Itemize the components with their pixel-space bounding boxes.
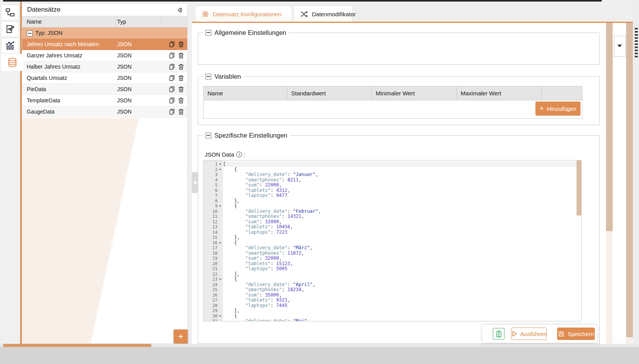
content-vertical-scrollbar <box>606 23 613 344</box>
add-dataset-button[interactable]: + <box>174 329 188 343</box>
copy-icon[interactable] <box>168 86 175 93</box>
section-title: Allgemeine Einstellungen <box>214 29 286 36</box>
shuffle-icon <box>300 10 308 18</box>
dataset-row[interactable]: GaugeData JSON <box>22 106 187 117</box>
scrollbar-thumb[interactable] <box>626 23 633 337</box>
dataset-type: JSON <box>117 106 131 117</box>
line-number: 25 <box>204 287 218 293</box>
dataset-row[interactable]: Halber Jahres Umsatz JSON <box>22 61 187 72</box>
copy-icon[interactable] <box>168 41 175 48</box>
delete-icon[interactable] <box>178 52 185 59</box>
editor-lines: 1▾[2▾ {3 "delivery_date": "Januar",4 "sm… <box>204 162 581 321</box>
clipped-select-fragment[interactable] <box>614 36 626 57</box>
delete-icon[interactable] <box>178 74 185 81</box>
tab-datensatz-konfigurationen[interactable]: Datensatz Konfigurationen <box>195 6 292 22</box>
dataset-name: GaugeData <box>27 106 55 117</box>
column-header-typ[interactable]: Typ <box>117 16 126 27</box>
delete-icon[interactable] <box>178 63 185 70</box>
save-button[interactable]: Speichern <box>557 328 595 340</box>
horizontal-scrollbar-thumb[interactable] <box>3 344 151 347</box>
copy-icon[interactable] <box>168 74 175 81</box>
collapse-group-icon[interactable] <box>27 31 33 36</box>
fold-toggle-icon[interactable]: ▾ <box>218 204 223 209</box>
panel-collapse-handle[interactable] <box>192 172 198 193</box>
code-text: "laptops": 7445 <box>223 303 287 309</box>
line-number: 15 <box>204 235 218 240</box>
rail-item-hierarchy[interactable] <box>1 5 19 20</box>
fold-toggle-icon[interactable]: ▾ <box>218 162 223 167</box>
fold-spacer <box>218 193 223 198</box>
collapse-section-icon[interactable] <box>206 30 211 36</box>
line-number: 18 <box>204 251 218 256</box>
fold-spacer <box>218 319 223 321</box>
collapse-panel-icon[interactable] <box>176 7 183 13</box>
line-number: 5 <box>204 183 218 188</box>
fold-spacer <box>218 287 223 293</box>
group-label: Typ: JSON <box>35 28 62 39</box>
validate-clipboard-button[interactable] <box>493 328 504 340</box>
code-text: "sum": 32000, <box>223 219 282 225</box>
fold-toggle-icon[interactable]: ▾ <box>218 240 223 246</box>
play-icon <box>511 330 517 337</box>
dataset-row[interactable]: Jahres Umsatz nach Monaten JSON <box>22 39 187 50</box>
info-icon[interactable]: i <box>236 152 242 157</box>
scrollbar-thumb[interactable] <box>606 23 613 231</box>
delete-icon[interactable] <box>178 86 185 93</box>
code-text: }, <box>223 198 240 204</box>
delete-icon[interactable] <box>178 97 185 104</box>
delete-icon[interactable] <box>178 108 185 115</box>
dataset-name: Ganzer Jahres Umsatz <box>27 50 82 61</box>
dataset-row[interactable]: TemplateData JSON <box>22 95 187 106</box>
fold-spacer <box>218 308 223 314</box>
run-button[interactable]: Ausführen <box>511 328 547 340</box>
add-variable-button[interactable]: + Hinzufügen <box>535 102 580 116</box>
json-code-editor[interactable]: 1▾[2▾ {3 "delivery_date": "Januar",4 "sm… <box>203 160 582 321</box>
dataset-list: Jahres Umsatz nach Monaten JSON Ganzer J… <box>22 39 187 117</box>
code-text: "tablets": 15123, <box>223 261 293 267</box>
tab-datenmodifikator[interactable]: Datenmodifikator <box>294 6 352 22</box>
chart-icon <box>5 41 15 51</box>
copy-icon[interactable] <box>168 108 175 115</box>
delete-icon[interactable] <box>178 41 185 48</box>
variables-table: Name Standardwert Minimaler Wert Maximal… <box>203 86 582 119</box>
clipboard-icon <box>496 330 502 338</box>
code-text: "delivery_date": "Februar", <box>223 209 321 214</box>
copy-icon[interactable] <box>168 97 175 104</box>
tab-underline <box>192 22 633 23</box>
label-text: JSON Data <box>205 151 234 158</box>
section-allgemeine-einstellungen: Allgemeine Einstellungen <box>198 29 600 65</box>
dataset-row[interactable]: Quartals Umsatz JSON <box>22 72 187 84</box>
collapse-section-icon[interactable] <box>206 133 211 138</box>
dataset-row[interactable]: Ganzer Jahres Umsatz JSON <box>22 50 187 61</box>
column-divider <box>116 17 116 26</box>
dataset-row[interactable]: PieData JSON <box>22 84 187 95</box>
tab-label: Datensatz Konfigurationen <box>213 11 282 17</box>
code-text: }, <box>223 308 240 314</box>
editor-line: 2▾ { <box>204 167 581 173</box>
rail-item-datasets[interactable] <box>1 54 23 71</box>
editor-line: 8 }, <box>204 198 581 204</box>
code-text: "tablets": 4312, <box>223 188 290 193</box>
rail-item-charts[interactable] <box>1 38 19 53</box>
collapse-section-icon[interactable] <box>206 74 211 79</box>
fold-toggle-icon[interactable]: ▾ <box>218 314 223 319</box>
rail-item-report[interactable] <box>1 21 19 37</box>
column-header-name[interactable]: Name <box>27 16 42 27</box>
editor-line: 21 "laptops": 5005 <box>204 266 581 272</box>
editor-scrollbar-thumb[interactable] <box>577 160 581 216</box>
copy-icon[interactable] <box>168 52 175 59</box>
clipped-right-edge-panel[interactable] <box>633 2 639 344</box>
line-number: 9 <box>204 204 218 209</box>
fold-toggle-icon[interactable]: ▾ <box>218 167 223 173</box>
copy-icon[interactable] <box>168 63 175 70</box>
code-text: "laptops": 7223 <box>223 230 287 235</box>
code-text: "smartphones": 11872, <box>223 251 304 256</box>
editor-line: 14 "laptops": 7223 <box>204 230 581 235</box>
fold-toggle-icon[interactable]: ▾ <box>218 277 223 282</box>
dataset-group-row[interactable]: Typ: JSON <box>22 28 187 39</box>
line-number: 24 <box>204 282 218 288</box>
hierarchy-icon <box>5 7 15 17</box>
editor-line: 4 "smartphones": 8211, <box>204 178 581 183</box>
code-text: }, <box>223 235 240 240</box>
fold-spacer <box>218 298 223 303</box>
